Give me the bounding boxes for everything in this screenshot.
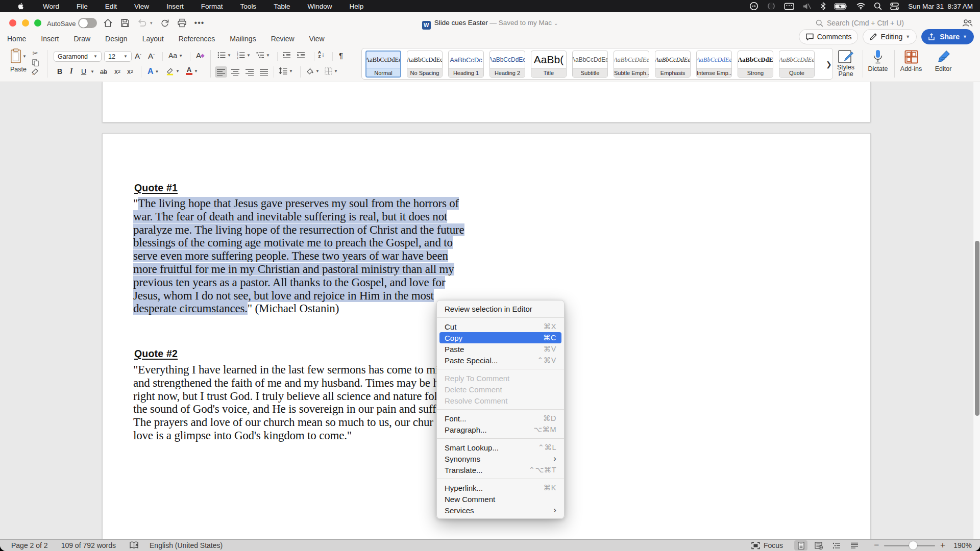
- align-right-button[interactable]: [243, 66, 256, 78]
- ribbon-tab[interactable]: Draw: [74, 35, 90, 47]
- sort-button[interactable]: AZ↓: [318, 51, 325, 58]
- style-card[interactable]: AaBbCcDdE Strong: [738, 51, 773, 78]
- ribbon-tab[interactable]: Insert: [41, 35, 59, 47]
- bullets-button[interactable]: ▼: [217, 52, 231, 59]
- editing-mode-button[interactable]: Editing ▼: [863, 29, 917, 44]
- focus-mode-label[interactable]: Focus: [764, 541, 783, 549]
- bluetooth-icon[interactable]: [820, 2, 826, 10]
- context-menu-item[interactable]: Resolve Comment: [437, 395, 564, 406]
- line-spacing-button[interactable]: ▼: [279, 67, 293, 74]
- context-menu-item[interactable]: Smart Lookup... ⌃⌘L: [437, 442, 564, 453]
- context-menu-item[interactable]: Copy ⌘C: [439, 332, 561, 343]
- cut-icon[interactable]: ✂: [33, 49, 38, 57]
- menubar-item[interactable]: Edit: [105, 3, 117, 10]
- zoom-slider[interactable]: [884, 545, 935, 546]
- grow-font-button[interactable]: Aˆ: [135, 52, 141, 60]
- context-menu-item[interactable]: Services ›: [437, 505, 564, 516]
- menubar-item[interactable]: Insert: [166, 3, 184, 10]
- volume-muted-icon[interactable]: [802, 3, 812, 10]
- style-card[interactable]: AaBbCcDdEe Intense Emp...: [696, 51, 732, 78]
- strikethrough-button[interactable]: ab: [100, 68, 107, 76]
- focus-mode-icon[interactable]: [751, 542, 760, 549]
- ribbon-tab[interactable]: View: [309, 35, 325, 47]
- italic-button[interactable]: I: [70, 67, 72, 76]
- multilevel-list-button[interactable]: ▼: [256, 52, 270, 59]
- font-size-select[interactable]: 12▼: [104, 51, 132, 62]
- copy-icon[interactable]: [32, 59, 39, 66]
- web-layout-view-button[interactable]: [812, 540, 825, 550]
- style-card[interactable]: AaBbCcDdEe No Spacing: [407, 51, 443, 78]
- share-button[interactable]: Share ▼: [921, 29, 974, 44]
- ribbon-tab[interactable]: Review: [271, 35, 295, 47]
- zoom-percentage[interactable]: 190%: [945, 541, 972, 549]
- clear-formatting-button[interactable]: A◆: [196, 51, 205, 60]
- superscript-button[interactable]: x2: [127, 67, 133, 76]
- style-card[interactable]: AaBbCcDdEe Normal: [365, 51, 401, 78]
- app-ring-icon[interactable]: [767, 2, 776, 11]
- ribbon-tab[interactable]: Design: [105, 35, 128, 47]
- context-menu-item[interactable]: [437, 317, 564, 318]
- style-card[interactable]: AaBbCcDdEe Subtitle: [572, 51, 608, 78]
- subscript-button[interactable]: x2: [114, 67, 120, 76]
- menubar-item[interactable]: Window: [307, 3, 332, 10]
- menubar-item[interactable]: Format: [201, 3, 223, 10]
- borders-button[interactable]: ▼: [325, 67, 338, 75]
- proofing-status-icon[interactable]: [129, 541, 139, 549]
- zoom-in-button[interactable]: +: [940, 540, 945, 550]
- context-menu-item[interactable]: [437, 438, 564, 439]
- ribbon-tab[interactable]: Mailings: [230, 35, 256, 47]
- outline-view-button[interactable]: [830, 540, 843, 550]
- paste-button[interactable]: ▼ Paste: [5, 48, 32, 73]
- menubar-item[interactable]: Tools: [240, 3, 257, 10]
- keyboard-viewer-icon[interactable]: [784, 3, 794, 10]
- font-color-button[interactable]: A▼: [186, 67, 198, 75]
- styles-pane-button[interactable]: Styles Pane: [831, 49, 861, 78]
- comments-button[interactable]: Comments: [799, 29, 859, 44]
- menubar-item[interactable]: Help: [349, 3, 363, 10]
- bold-button[interactable]: B: [57, 67, 62, 76]
- menubar-item[interactable]: Word: [43, 3, 59, 10]
- justify-button[interactable]: [258, 66, 270, 78]
- context-menu-item[interactable]: Paragraph... ⌥⌘M: [437, 424, 564, 435]
- context-menu-item[interactable]: Reply To Comment: [437, 372, 564, 384]
- zoom-slider-thumb[interactable]: [909, 541, 917, 549]
- shrink-font-button[interactable]: Aˇ: [148, 52, 155, 60]
- control-center-icon[interactable]: [890, 3, 899, 10]
- wifi-icon[interactable]: [856, 3, 866, 10]
- underline-button[interactable]: U: [81, 67, 86, 76]
- context-menu-item[interactable]: Paste ⌘V: [437, 343, 564, 355]
- menu-bar-clock[interactable]: Sun Mar 31 8:37 AM: [908, 3, 973, 10]
- battery-charging-icon[interactable]: [834, 3, 848, 10]
- menubar-item[interactable]: Table: [274, 3, 290, 10]
- context-menu-item[interactable]: Delete Comment: [437, 384, 564, 395]
- context-menu-item[interactable]: Review selection in Editor: [437, 303, 564, 314]
- zoom-out-button[interactable]: −: [874, 540, 879, 550]
- text-effects-button[interactable]: A▼: [148, 67, 159, 76]
- vertical-scrollbar[interactable]: [973, 82, 980, 539]
- teamviewer-icon[interactable]: [749, 2, 758, 11]
- word-count-status[interactable]: 109 of 792 words: [61, 541, 116, 549]
- style-card[interactable]: AaBb( Title: [531, 51, 567, 78]
- context-menu-item[interactable]: New Comment: [437, 493, 564, 505]
- increase-indent-button[interactable]: [297, 52, 305, 59]
- print-layout-view-button[interactable]: [794, 540, 807, 550]
- format-painter-icon[interactable]: [32, 68, 39, 76]
- context-menu-item[interactable]: Synonyms ›: [437, 453, 564, 464]
- ribbon-tab[interactable]: Layout: [142, 35, 164, 47]
- menubar-item[interactable]: File: [77, 3, 88, 10]
- numbering-button[interactable]: 123▼: [237, 52, 251, 59]
- spotlight-search-icon[interactable]: [874, 2, 882, 10]
- share-presence-icon[interactable]: [962, 19, 973, 29]
- align-left-button[interactable]: [215, 66, 227, 78]
- context-menu-item[interactable]: Paste Special... ⌃⌘V: [437, 355, 564, 366]
- language-status[interactable]: English (United States): [150, 541, 223, 549]
- context-menu-item[interactable]: Hyperlink... ⌘K: [437, 482, 564, 493]
- menubar-item[interactable]: View: [134, 3, 149, 10]
- style-card[interactable]: AaBbCcDdEe Heading 2: [489, 51, 525, 78]
- apple-menu-icon[interactable]: [17, 2, 24, 10]
- style-card[interactable]: AaBbCcDdEe Subtle Emph...: [614, 51, 649, 78]
- search-input[interactable]: Search (Cmd + Ctrl + U): [816, 19, 904, 27]
- scrollbar-thumb[interactable]: [975, 241, 979, 416]
- draft-view-button[interactable]: [848, 540, 861, 550]
- context-menu-item[interactable]: Translate... ⌃⌥⌘T: [437, 464, 564, 475]
